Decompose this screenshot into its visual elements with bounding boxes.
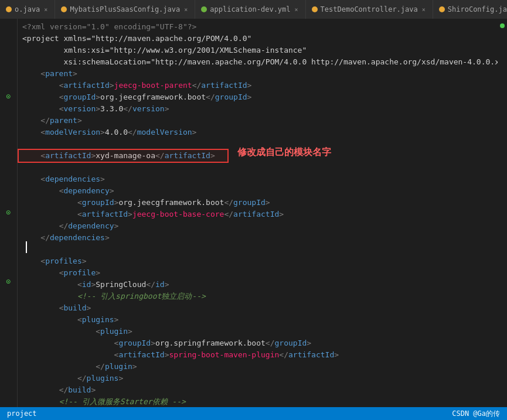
code-line: <artifactId>jeecg-boot-base-core</artifa… — [18, 209, 498, 220]
code-line: <artifactId>jeecg-boot-parent</artifactI… — [18, 80, 498, 91]
code-line: <build> — [18, 302, 498, 314]
tab-test-demo[interactable]: TestDemoController.java × — [306, 0, 433, 19]
bottom-right: CSDN @Ga的传 — [452, 409, 500, 419]
bottom-bar: project CSDN @Ga的传 — [0, 407, 507, 420]
code-line: <parent> — [18, 68, 498, 80]
code-line: <groupId>org.springframework.boot</group… — [18, 337, 498, 349]
code-line: <dependency> — [18, 185, 498, 197]
tab-label-shiro: ShiroConfig.java — [448, 5, 507, 13]
code-line: <artifactId>spring-boot-maven-plugin</ar… — [18, 349, 498, 361]
tab-label: o.java — [15, 5, 40, 13]
left-gutter: ⊙ ⊙ ⊙ — [0, 19, 18, 407]
code-line: <!-- 引入springboot独立启动--> — [18, 291, 498, 302]
code-line — [18, 244, 498, 255]
code-line: <plugins> — [18, 314, 498, 326]
tab-bar: o.java × MybatisPlusSaasConfig.java × ap… — [0, 0, 507, 19]
tab-mybatis[interactable]: MybatisPlusSaasConfig.java × — [55, 0, 195, 19]
right-gutter — [498, 19, 507, 407]
code-line: xsi:schemaLocation="http://maven.apache.… — [18, 56, 498, 68]
gutter-icon-3[interactable]: ⊙ — [4, 276, 13, 286]
code-line: <?xml version="1.0" encoding="UTF-8"?> — [18, 21, 498, 33]
code-line: <plugin> — [18, 326, 498, 337]
tab-label-yml: application-dev.yml — [210, 5, 290, 13]
code-line: <id>SpringCloud</id> — [18, 279, 498, 291]
code-line: <artifactId>xyd-manage-oa</artifactId> — [18, 150, 498, 162]
code-line: </build> — [18, 384, 498, 396]
tab-application-yml[interactable]: application-dev.yml × — [195, 0, 305, 19]
code-line: <profile> — [18, 267, 498, 279]
code-editor[interactable]: <?xml version="1.0" encoding="UTF-8"?><p… — [18, 19, 498, 407]
code-line: <groupId>org.jeecgframework.boot</groupI… — [18, 197, 498, 209]
cursor-indicator — [26, 241, 27, 253]
code-line: <groupId>org.jeecgframework.boot</groupI… — [18, 91, 498, 103]
code-line: <!-- 引入微服务Starter依赖 --> — [18, 396, 498, 407]
code-line: <dependencies> — [18, 173, 498, 185]
tab-o-java[interactable]: o.java × — [0, 0, 55, 19]
right-gutter-dot-1 — [500, 23, 505, 28]
tab-close[interactable]: × — [43, 6, 49, 13]
tab-icon-yml — [201, 6, 207, 12]
code-line: <version>3.3.0</version> — [18, 103, 498, 115]
code-line: </dependency> — [18, 220, 498, 232]
tab-icon-java-3 — [312, 6, 318, 12]
code-line — [18, 138, 498, 150]
author-label: CSDN @Ga的传 — [452, 409, 500, 419]
code-line: </plugin> — [18, 361, 498, 373]
tab-icon-java-4 — [439, 6, 445, 12]
tab-label-mybatis: MybatisPlusSaasConfig.java — [70, 5, 180, 13]
tab-close-test[interactable]: × — [421, 6, 427, 13]
bottom-left: project — [7, 409, 37, 418]
tab-icon-java-2 — [61, 6, 67, 12]
tab-icon-java — [6, 6, 12, 12]
tab-close-yml[interactable]: × — [294, 6, 300, 13]
code-line — [18, 162, 498, 173]
code-line: <profiles> — [18, 255, 498, 267]
gutter-icon-1[interactable]: ⊙ — [4, 91, 13, 101]
tab-close-mybatis[interactable]: × — [183, 6, 189, 13]
code-line: </plugins> — [18, 373, 498, 384]
project-label: project — [7, 409, 37, 418]
main-layout: ⊙ ⊙ ⊙ <?xml version="1.0" encoding="UTF-… — [0, 19, 507, 407]
tab-shiro[interactable]: ShiroConfig.java × — [433, 0, 507, 19]
code-line: xmlns:xsi="http://www.w3.org/2001/XMLSch… — [18, 45, 498, 56]
code-line: <project xmlns="http://maven.apache.org/… — [18, 33, 498, 45]
code-line: <modelVersion>4.0.0</modelVersion> — [18, 127, 498, 138]
code-line: </parent> — [18, 115, 498, 127]
code-line: </dependencies> — [18, 232, 498, 244]
gutter-icon-2[interactable]: ⊙ — [4, 207, 13, 217]
tab-label-test: TestDemoController.java — [321, 5, 418, 13]
